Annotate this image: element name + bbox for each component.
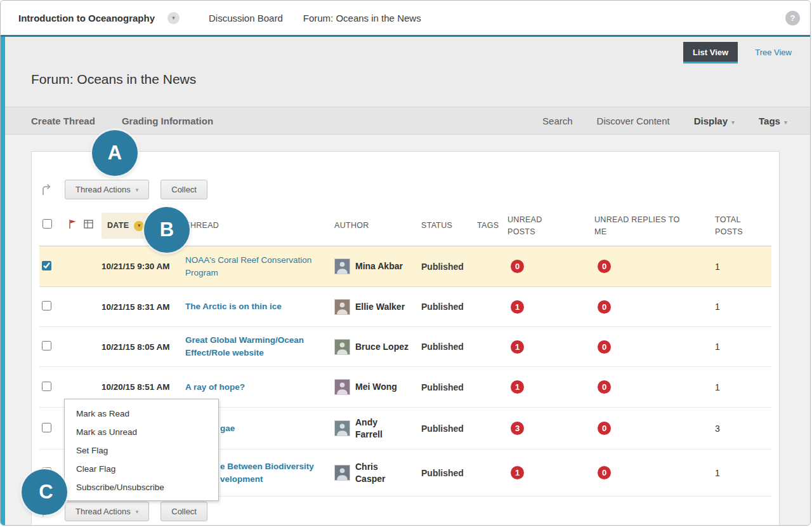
total-posts: 1: [712, 342, 771, 352]
action-bar-right: Search Discover Content Display▾ Tags▾: [542, 116, 787, 126]
thread-actions-button[interactable]: Thread Actions▾: [65, 180, 149, 199]
thread-column-header[interactable]: THREAD: [182, 220, 331, 231]
thread-date: 10/20/15 8:51 AM: [98, 382, 182, 392]
unread-replies-badge[interactable]: 0: [598, 422, 611, 435]
thread-status: Published: [418, 342, 474, 352]
unread-posts-badge[interactable]: 3: [511, 422, 524, 435]
thread-author: Chris Casper: [331, 461, 418, 484]
total-posts: 1: [712, 468, 771, 478]
left-accent-stripe: [1, 37, 5, 525]
help-icon[interactable]: ?: [785, 11, 800, 25]
tags-dropdown[interactable]: Tags▾: [759, 116, 787, 126]
unread-posts-badge[interactable]: 1: [511, 466, 524, 479]
thread-link[interactable]: Great Global Warming/Ocean Effect/Role w…: [185, 334, 331, 359]
chevron-down-icon: ▾: [784, 119, 787, 126]
search-button[interactable]: Search: [542, 116, 573, 126]
avatar: [334, 379, 350, 395]
flag-icon: [68, 219, 77, 229]
row-checkbox[interactable]: [42, 423, 51, 432]
row-checkbox[interactable]: [42, 301, 51, 310]
thread-actions-menu: Mark as Read Mark as Unread Set Flag Cle…: [64, 399, 219, 501]
view-toggle: List View Tree View: [1, 37, 810, 63]
unread-replies-badge[interactable]: 0: [598, 340, 611, 354]
avatar: [334, 339, 350, 355]
thread-actions-button[interactable]: Thread Actions▾: [65, 502, 149, 521]
menu-item-mark-as-unread[interactable]: Mark as Unread: [65, 423, 218, 441]
tree-view-button[interactable]: Tree View: [745, 42, 801, 63]
thread-status: Published: [418, 468, 474, 478]
unread-posts-badge[interactable]: 1: [511, 340, 524, 354]
chevron-down-icon: ▾: [136, 187, 139, 193]
callout-c: C: [22, 469, 67, 515]
thread-link[interactable]: The Arctic is on thin ice: [185, 300, 282, 313]
grid-icon: [84, 220, 93, 229]
list-toolbar-bottom: Thread Actions▾ Collect: [39, 502, 771, 521]
avatar: [334, 465, 350, 481]
create-thread-button[interactable]: Create Thread: [31, 116, 95, 126]
thread-link[interactable]: A ray of hope?: [185, 381, 245, 394]
list-view-button[interactable]: List View: [683, 42, 738, 63]
menu-item-set-flag[interactable]: Set Flag: [65, 441, 218, 460]
total-posts: 1: [712, 262, 771, 272]
course-title: Introduction to Oceanography: [18, 13, 155, 23]
thread-status: Published: [418, 424, 474, 434]
display-dropdown[interactable]: Display▾: [694, 116, 735, 126]
unread-posts-column-header[interactable]: UNREAD POSTS: [504, 214, 591, 237]
chevron-down-icon: ▾: [136, 509, 139, 515]
row-checkbox[interactable]: [42, 341, 51, 350]
unread-replies-badge[interactable]: 0: [598, 466, 611, 479]
action-bar: Create Thread Grading Information Search…: [1, 107, 810, 135]
thread-date: 10/21/15 9:30 AM: [98, 262, 182, 271]
collect-button[interactable]: Collect: [160, 180, 207, 199]
list-toolbar-top: Thread Actions▾ Collect: [39, 180, 771, 199]
apply-to-selection-arrow-icon: [41, 183, 53, 196]
total-posts-column-header[interactable]: TOTAL POSTS: [712, 214, 771, 237]
date-column-header[interactable]: DATE ▾: [102, 213, 150, 238]
unread-replies-badge[interactable]: 0: [598, 260, 611, 273]
thread-link[interactable]: gae: [220, 422, 235, 435]
menu-item-subscribe-unsubscribe[interactable]: Subscribe/Unsubscribe: [65, 478, 218, 497]
breadcrumb-forum: Forum: Oceans in the News: [303, 13, 421, 23]
thread-date: 10/21/15 8:05 AM: [98, 342, 182, 352]
tags-column-header[interactable]: TAGS: [474, 220, 504, 231]
thread-author: Mina Akbar: [331, 258, 418, 274]
flag-column-header[interactable]: [65, 219, 81, 232]
thread-link[interactable]: NOAA's Coral Reef Conservation Program: [185, 254, 331, 279]
thread-status: Published: [418, 382, 474, 392]
callout-b: B: [144, 207, 190, 253]
discover-content-button[interactable]: Discover Content: [597, 116, 670, 126]
total-posts: 1: [712, 302, 771, 312]
thread-author: Andy Farrell: [331, 417, 418, 439]
unread-posts-badge[interactable]: 0: [511, 260, 524, 273]
page-title: Forum: Oceans in the News: [31, 72, 810, 87]
sort-descending-icon: ▾: [134, 221, 144, 231]
avatar: [334, 420, 350, 436]
thread-author: Ellie Walker: [331, 299, 418, 315]
menu-item-mark-as-read[interactable]: Mark as Read: [65, 404, 218, 423]
avatar: [334, 299, 350, 315]
grading-information-button[interactable]: Grading Information: [122, 116, 213, 126]
page: Introduction to Oceanography ▾ Discussio…: [0, 0, 811, 526]
menu-item-clear-flag[interactable]: Clear Flag: [65, 460, 218, 478]
unread-posts-badge[interactable]: 1: [511, 300, 524, 314]
collect-button[interactable]: Collect: [160, 502, 207, 521]
unread-posts-badge[interactable]: 1: [511, 380, 524, 394]
thread-link[interactable]: e Between Biodiversity velopment: [220, 460, 331, 485]
total-posts: 1: [712, 382, 771, 392]
avatar: [334, 258, 350, 274]
row-checkbox[interactable]: [42, 382, 51, 391]
table-row: 10/21/15 9:30 AM NOAA's Coral Reef Conse…: [39, 246, 771, 287]
action-bar-left: Create Thread Grading Information: [31, 116, 213, 126]
author-column-header[interactable]: AUTHOR: [331, 220, 418, 231]
unread-replies-badge[interactable]: 0: [598, 300, 611, 314]
row-checkbox[interactable]: [42, 261, 51, 270]
breadcrumb-discussion-board[interactable]: Discussion Board: [209, 13, 283, 23]
select-all-checkbox[interactable]: [43, 219, 52, 229]
callout-a: A: [92, 130, 138, 176]
course-menu-chevron-icon[interactable]: ▾: [167, 12, 180, 24]
unread-replies-column-header[interactable]: UNREAD REPLIES TO ME: [591, 214, 712, 237]
type-column-header[interactable]: [81, 220, 98, 232]
table-row: 10/21/15 8:31 AM The Arctic is on thin i…: [39, 287, 771, 327]
unread-replies-badge[interactable]: 0: [598, 380, 611, 394]
status-column-header[interactable]: STATUS: [418, 220, 474, 231]
